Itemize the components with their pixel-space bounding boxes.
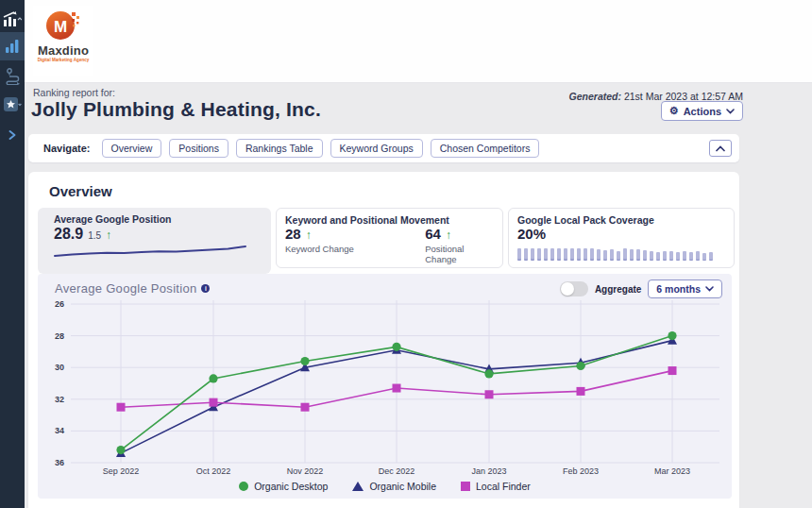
coverage-value: 20% xyxy=(517,226,726,242)
up-arrow-icon: ↑ xyxy=(106,229,111,242)
legend-label: Organic Mobile xyxy=(369,481,436,492)
avg-position-sparkline xyxy=(53,245,251,262)
positional-change-label: Positional Change xyxy=(425,244,495,264)
top-header-bar: M Maxdino Digital Marketing Agency xyxy=(25,0,812,83)
sidebar-logo-growth-chart-icon[interactable] xyxy=(0,8,25,30)
coverage-bar xyxy=(656,252,660,261)
avg-position-value: 28.9 xyxy=(54,226,83,243)
keyword-change-value: 28 xyxy=(285,226,301,242)
coverage-bar xyxy=(669,251,673,261)
coverage-card-title: Google Local Pack Coverage xyxy=(517,214,726,226)
circle-marker-icon xyxy=(239,482,248,491)
coverage-bar xyxy=(564,248,567,261)
aggregate-label: Aggregate xyxy=(595,284,641,295)
coverage-bar xyxy=(696,251,700,261)
sidebar-item-rankings[interactable] xyxy=(0,32,25,60)
collapse-section-button[interactable] xyxy=(709,140,732,157)
coverage-bar xyxy=(650,251,653,261)
chevron-down-icon xyxy=(705,286,714,292)
legend-organic-desktop[interactable]: Organic Desktop xyxy=(239,481,328,492)
sidebar xyxy=(0,0,25,508)
svg-text:26: 26 xyxy=(55,299,64,309)
legend-organic-mobile[interactable]: Organic Mobile xyxy=(352,481,436,492)
generated-label: Generated: xyxy=(569,91,621,102)
company-name: Jolly Plumbing & Heating, Inc. xyxy=(31,98,321,121)
nav-button-chosen-competitors[interactable]: Chosen Competitors xyxy=(431,139,540,158)
keyword-positional-movement-card[interactable]: Keyword and Positional Movement 28 ↑ Key… xyxy=(276,208,503,268)
svg-text:Oct 2022: Oct 2022 xyxy=(196,466,231,476)
bar-chart-icon xyxy=(5,39,20,54)
sidebar-item-locations[interactable] xyxy=(0,64,25,89)
coverage-bar xyxy=(709,252,713,261)
svg-text:36: 36 xyxy=(55,458,64,467)
svg-text:Sep 2022: Sep 2022 xyxy=(103,466,140,476)
brand-name: Maxdino xyxy=(38,43,89,58)
coverage-bar xyxy=(610,249,614,261)
growth-chart-logo-icon xyxy=(3,11,22,27)
coverage-bar xyxy=(597,249,601,261)
info-icon[interactable]: i xyxy=(201,284,210,293)
triangle-marker-icon xyxy=(352,482,364,491)
date-range-value: 6 months xyxy=(656,283,701,295)
coverage-bar xyxy=(531,248,534,261)
coverage-bar xyxy=(689,252,693,261)
maxdino-logo-icon: M xyxy=(45,8,81,42)
coverage-bar xyxy=(623,248,627,261)
gear-icon: ⚙ xyxy=(669,106,679,116)
brand-logo: M Maxdino Digital Marketing Agency xyxy=(33,6,93,76)
navigate-label: Navigate: xyxy=(43,143,91,154)
report-for-label: Ranking report for: xyxy=(33,87,115,98)
route-pin-icon xyxy=(5,68,20,85)
svg-text:32: 32 xyxy=(55,395,64,404)
coverage-bar xyxy=(683,251,686,261)
svg-text:Jan 2023: Jan 2023 xyxy=(471,466,506,476)
coverage-bar xyxy=(577,248,581,261)
coverage-bar xyxy=(702,253,706,261)
svg-text:Dec 2022: Dec 2022 xyxy=(379,466,415,476)
coverage-bar xyxy=(676,252,680,261)
nav-button-positions[interactable]: Positions xyxy=(169,139,228,158)
actions-button-label: Actions xyxy=(684,106,721,117)
brand-tagline: Digital Marketing Agency xyxy=(38,58,90,62)
avg-card-title: Average Google Position xyxy=(54,213,263,225)
svg-text:Nov 2022: Nov 2022 xyxy=(287,466,324,476)
square-marker-icon xyxy=(461,482,470,491)
actions-button[interactable]: ⚙ Actions xyxy=(661,101,743,121)
legend-local-finder[interactable]: Local Finder xyxy=(461,481,531,492)
aggregate-toggle[interactable] xyxy=(560,281,588,296)
avg-google-position-card[interactable]: Average Google Position 28.9 1.5 ↑ xyxy=(38,208,271,274)
coverage-bar xyxy=(590,248,594,261)
nav-button-rankings-table[interactable]: Rankings Table xyxy=(236,139,323,158)
coverage-bar xyxy=(557,248,561,261)
date-range-dropdown[interactable]: 6 months xyxy=(648,279,722,298)
coverage-bar xyxy=(544,248,548,261)
legend-label: Local Finder xyxy=(476,481,531,492)
svg-text:Mar 2023: Mar 2023 xyxy=(654,466,690,476)
coverage-bar xyxy=(537,248,541,261)
chart-title: Average Google Position i xyxy=(55,281,210,296)
coverage-bar xyxy=(550,248,554,261)
coverage-bar xyxy=(630,249,634,261)
chevron-up-icon xyxy=(716,145,725,152)
star-box-icon xyxy=(3,96,22,113)
avg-position-delta: 1.5 xyxy=(88,230,101,241)
sidebar-expand-button[interactable] xyxy=(0,125,25,145)
local-pack-coverage-card[interactable]: Google Local Pack Coverage 20% xyxy=(508,208,735,268)
positional-change-value: 64 xyxy=(425,226,441,242)
svg-text:M: M xyxy=(54,18,67,36)
coverage-bar xyxy=(570,248,574,261)
sidebar-item-favorites[interactable] xyxy=(0,93,25,117)
coverage-bar xyxy=(617,251,620,261)
coverage-bar-sparkline xyxy=(517,247,726,261)
coverage-bar xyxy=(584,248,587,261)
navigate-bar: Navigate: Overview Positions Rankings Ta… xyxy=(28,134,739,162)
coverage-bar xyxy=(603,250,607,261)
nav-button-overview[interactable]: Overview xyxy=(102,139,162,158)
movement-card-title: Keyword and Positional Movement xyxy=(285,214,495,226)
keyword-change-label: Keyword Change xyxy=(285,244,425,254)
chart-title-text: Average Google Position xyxy=(55,281,196,296)
toggle-knob xyxy=(561,282,574,296)
legend-label: Organic Desktop xyxy=(254,481,328,492)
coverage-bar xyxy=(524,248,528,261)
nav-button-keyword-groups[interactable]: Keyword Groups xyxy=(330,139,423,158)
